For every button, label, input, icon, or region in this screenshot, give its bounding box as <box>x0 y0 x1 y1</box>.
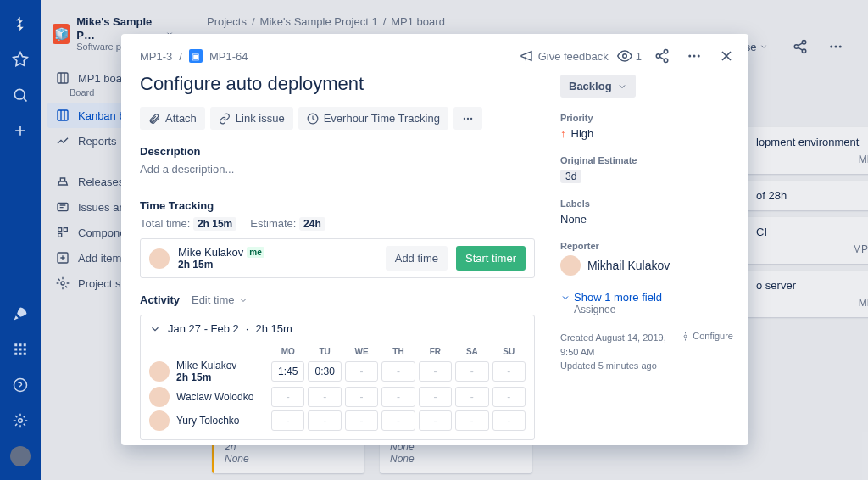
time-cell[interactable] <box>308 387 341 407</box>
time-cell[interactable] <box>381 361 415 382</box>
person-time: 2h 15m <box>176 371 236 383</box>
svg-point-32 <box>698 55 700 58</box>
time-cell[interactable] <box>455 410 488 431</box>
date-range: Jan 27 - Feb 2 <box>168 322 239 335</box>
person-name: Mike Kulakov <box>176 360 236 371</box>
reporter-value[interactable]: Mikhail Kulakov <box>560 255 733 276</box>
more-actions-button[interactable] <box>453 107 482 130</box>
link-button[interactable]: Link issue <box>210 107 293 130</box>
svg-point-28 <box>656 54 660 59</box>
time-cell[interactable] <box>345 387 378 407</box>
time-cell[interactable] <box>381 387 415 407</box>
time-cell[interactable] <box>492 387 526 407</box>
close-icon[interactable] <box>715 44 738 68</box>
gear-icon <box>681 332 690 341</box>
issue-title[interactable]: Configure auto deployment <box>140 73 535 95</box>
share-icon[interactable] <box>650 44 674 68</box>
priority-value[interactable]: ↑High <box>560 127 733 140</box>
more-icon[interactable] <box>682 44 706 68</box>
link-icon <box>219 113 231 125</box>
time-tracking-label: Time Tracking <box>140 199 535 212</box>
day-header: SA <box>455 347 488 356</box>
priority-high-icon: ↑ <box>560 127 566 140</box>
week-person: Mike Kulakov2h 15m <box>149 360 268 383</box>
configure-button[interactable]: Configure <box>681 331 733 341</box>
watch-count[interactable]: 1 <box>617 48 642 64</box>
svg-point-29 <box>664 59 668 63</box>
description-label: Description <box>140 145 535 158</box>
time-cell[interactable] <box>345 361 378 382</box>
day-header: SU <box>492 347 526 356</box>
dots-icon <box>462 113 474 125</box>
day-header: MO <box>271 347 304 356</box>
priority-label: Priority <box>560 113 733 123</box>
chevron-down-icon <box>617 81 627 92</box>
time-cell[interactable] <box>345 410 378 431</box>
avatar <box>560 255 581 276</box>
avatar <box>149 387 170 407</box>
time-cell[interactable] <box>455 387 488 407</box>
time-cell[interactable] <box>492 361 526 382</box>
svg-point-30 <box>688 55 691 58</box>
week-person: Waclaw Wolodko <box>149 387 268 407</box>
svg-point-31 <box>693 55 696 58</box>
clock-icon <box>307 113 319 125</box>
activity-label: Activity <box>140 293 180 306</box>
chevron-down-icon <box>238 295 248 305</box>
estimate-label: Original Estimate <box>560 155 733 165</box>
everhour-button[interactable]: Everhour Time Tracking <box>298 107 448 130</box>
created-date: Created August 14, 2019, 9:50 AM <box>560 331 681 359</box>
time-cell[interactable] <box>308 410 341 431</box>
day-header: TH <box>381 347 415 356</box>
svg-point-35 <box>467 117 469 119</box>
svg-point-36 <box>470 117 472 119</box>
start-timer-button[interactable]: Start timer <box>456 246 526 271</box>
svg-point-27 <box>664 50 668 54</box>
time-cell[interactable] <box>419 387 452 407</box>
time-cell[interactable] <box>419 410 452 431</box>
parent-key[interactable]: MP1-3 <box>140 50 172 63</box>
person-name: Yury Tolochko <box>176 415 240 427</box>
give-feedback-button[interactable]: Give feedback <box>520 49 609 63</box>
edit-time-button[interactable]: Edit time <box>192 293 248 306</box>
day-header: TU <box>308 347 341 356</box>
issue-key[interactable]: MP1-64 <box>209 50 248 63</box>
add-time-button[interactable]: Add time <box>386 246 448 271</box>
time-cell[interactable] <box>455 361 488 382</box>
chevron-down-icon <box>560 293 570 303</box>
time-cell[interactable] <box>271 361 304 382</box>
user-time: 2h 15m <box>178 259 377 271</box>
issue-modal: Give feedback 1 MP1-3 / ▣ MP1-64 Configu… <box>121 34 748 445</box>
week-panel: Jan 27 - Feb 2 · 2h 15m MOTUWETHFRSASUMi… <box>140 315 535 440</box>
chevron-down-icon[interactable] <box>149 323 161 335</box>
megaphone-icon <box>520 49 533 63</box>
time-cell[interactable] <box>381 410 415 431</box>
day-header: FR <box>419 347 452 356</box>
status-button[interactable]: Backlog <box>560 75 636 98</box>
avatar <box>149 410 170 431</box>
attach-button[interactable]: Attach <box>140 107 205 130</box>
time-cell[interactable] <box>271 387 304 407</box>
labels-value[interactable]: None <box>560 213 733 226</box>
svg-point-34 <box>464 117 465 119</box>
issue-breadcrumb: MP1-3 / ▣ MP1-64 <box>140 49 535 63</box>
time-cell[interactable] <box>419 361 452 382</box>
time-tracking-card: Mike Kulakov me 2h 15m Add time Start ti… <box>140 238 535 278</box>
paperclip-icon <box>148 113 160 125</box>
time-cell[interactable] <box>492 410 526 431</box>
svg-point-26 <box>623 54 627 59</box>
person-name: Waclaw Wolodko <box>176 391 253 403</box>
show-more-sub: Assignee <box>574 304 733 315</box>
time-cell[interactable] <box>308 361 341 382</box>
me-badge: me <box>247 247 264 258</box>
eye-icon <box>617 48 632 64</box>
subtask-icon: ▣ <box>189 49 203 63</box>
estimate-value[interactable]: 3d <box>560 170 733 183</box>
time-tracking-summary: Total time: 2h 15m Estimate: 24h <box>140 217 535 230</box>
reporter-label: Reporter <box>560 241 733 251</box>
show-more-fields[interactable]: Show 1 more field <box>560 291 733 304</box>
updated-date: Updated 5 minutes ago <box>560 359 681 373</box>
description-input[interactable]: Add a description... <box>140 163 535 176</box>
time-cell[interactable] <box>271 410 304 431</box>
range-total: 2h 15m <box>255 322 292 335</box>
